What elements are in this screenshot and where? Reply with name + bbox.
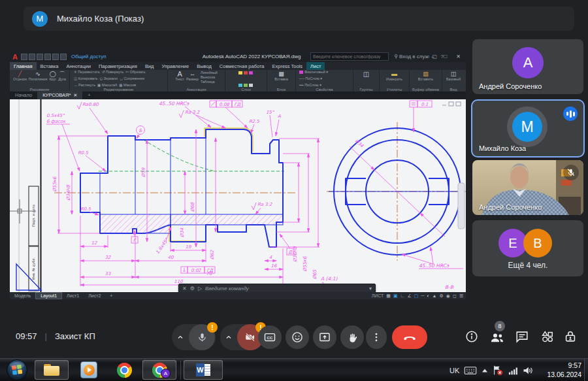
tab-home[interactable]: Главная [10, 62, 37, 70]
camera-options-chevron-icon[interactable] [220, 333, 237, 341]
participant-name: Михайло Коза [479, 144, 526, 152]
file-tab-doc[interactable]: КУРСОВАЯ*✕ [37, 91, 82, 99]
tab-annotate[interactable]: Аннотации [62, 62, 95, 70]
navigation-bar[interactable] [458, 183, 465, 229]
grid-icon[interactable]: ▦ [386, 293, 391, 299]
activities-button[interactable] [540, 329, 555, 345]
window-controls[interactable]: – □ ✕ [432, 54, 465, 59]
layout-tab-sheet1[interactable]: Лист1 [62, 292, 84, 299]
ortho-icon[interactable]: ∟ [400, 293, 405, 298]
group-icon[interactable]: ◫ [363, 71, 369, 86]
windows-taskbar: A W UK 9:57 13.06.2024 [0, 358, 588, 381]
transparency-icon[interactable]: ◐ [427, 293, 429, 298]
isolate-icon[interactable]: ◉ [446, 293, 450, 299]
network-icon[interactable] [508, 359, 519, 381]
search-icon[interactable]: ⚲ [394, 54, 398, 59]
file-tab-start[interactable]: Начало [10, 91, 37, 99]
layer-color-icon [244, 84, 248, 87]
host-controls-button[interactable] [563, 329, 579, 345]
fullscreen-icon[interactable]: ◻ [453, 293, 457, 299]
customize-icon[interactable]: ☰ [459, 293, 463, 299]
taskbar-word-button[interactable]: W [184, 360, 223, 380]
participants-count-badge: 8 [495, 321, 505, 331]
command-prompt-text[interactable]: Введите команду [205, 286, 249, 291]
autocad-logo-icon[interactable]: A [12, 53, 18, 61]
qat-redo-icon[interactable] [60, 54, 67, 60]
presenter-avatar: M [32, 11, 48, 27]
tab-sheet[interactable]: Лист [306, 62, 325, 70]
taskbar-explorer-button[interactable] [35, 360, 69, 380]
reactions-button[interactable] [286, 325, 309, 349]
panel-groups: ◫ Группы [353, 70, 380, 91]
participant-name: Андрей Сороченко [479, 82, 542, 90]
action-center-icon[interactable] [492, 359, 504, 381]
tab-parametric[interactable]: Параметризация [95, 62, 141, 70]
close-tab-icon[interactable]: ✕ [73, 93, 77, 98]
participant-tile-active[interactable]: M Михайло Коза [471, 99, 585, 157]
signin-menu[interactable]: Вход в службу [399, 54, 429, 59]
new-tab-button[interactable]: + [82, 91, 95, 99]
present-button[interactable] [313, 325, 336, 349]
viewport-controls-icon[interactable] [442, 102, 461, 106]
status-space-label: ЛИСТ [372, 293, 384, 298]
qat-undo-icon[interactable] [52, 54, 59, 60]
wrench-icon[interactable]: ⚙ [190, 286, 195, 291]
tab-express[interactable]: Express Tools [268, 62, 306, 70]
meeting-details-button[interactable] [465, 329, 480, 345]
qat-new-icon[interactable] [21, 54, 27, 60]
language-indicator[interactable]: UK [449, 359, 459, 381]
osnap-icon[interactable]: ▢ [414, 293, 419, 299]
layer-color-icon [249, 71, 253, 75]
svg-text:Ø62: Ø62 [210, 250, 215, 259]
layout-tab-layout1[interactable]: Layout1 [35, 292, 62, 299]
annotation-scale-icon[interactable]: ▲ [433, 293, 437, 298]
cad-canvas[interactable]: .dt{font:italic 7px "DejaVu Sans",sans-s… [10, 99, 466, 292]
layout-tab-model[interactable]: Модель [10, 292, 35, 299]
more-options-button[interactable] [366, 325, 387, 349]
close-icon[interactable]: ✕ [182, 286, 187, 291]
qat-save-icon[interactable] [37, 54, 43, 60]
qat-print-icon[interactable] [44, 54, 51, 60]
volume-icon[interactable] [522, 359, 534, 381]
mic-control[interactable]: ! [172, 324, 216, 350]
polar-icon[interactable]: ∠ [407, 293, 411, 299]
polyline-icon: ∿ [35, 71, 41, 77]
tab-output[interactable]: Вывод [193, 62, 216, 70]
taskbar-chrome-profile-button[interactable]: A [142, 360, 176, 380]
overflow-tile[interactable]: E B Ещё 4 чел. [472, 220, 583, 276]
camera-control[interactable]: ! [220, 324, 264, 350]
mic-options-chevron-icon[interactable] [172, 333, 189, 341]
snap-icon[interactable]: ▣ [393, 293, 398, 299]
captions-button[interactable]: CC [258, 325, 282, 349]
start-button[interactable] [5, 358, 29, 381]
help-search-input[interactable] [310, 52, 389, 61]
taskbar-mediaplayer-button[interactable] [72, 360, 106, 380]
layout-tab-sheet2[interactable]: Лист2 [84, 292, 105, 299]
chevron-down-icon[interactable]: ▾ [369, 286, 372, 291]
svg-text:Ø59: Ø59 [141, 167, 146, 177]
tab-manage[interactable]: Управление [157, 62, 193, 70]
show-hidden-icons-button[interactable] [482, 359, 488, 381]
taskbar-chrome-button[interactable] [107, 360, 141, 380]
command-line[interactable]: ✕ ⚙ ▷ Введите команду ▾ [178, 284, 376, 293]
qat-open-icon[interactable] [29, 54, 35, 60]
participants-button[interactable] [489, 329, 505, 345]
end-call-button[interactable] [392, 325, 427, 349]
show-desktop-button[interactable] [584, 359, 588, 381]
raise-hand-button[interactable] [340, 325, 364, 349]
chat-button[interactable] [515, 329, 531, 345]
tab-insert[interactable]: Вставка [37, 62, 63, 70]
tab-view[interactable]: Вид [141, 62, 158, 70]
new-layout-button[interactable]: + [105, 292, 117, 299]
participant-tile-1[interactable]: A Андрей Сороченко [472, 39, 583, 94]
avatar: M [512, 112, 542, 142]
tray-date: 13.06.2024 [547, 370, 581, 379]
share-button[interactable]: Общий доступ [71, 54, 106, 59]
keyboard-layout-icon[interactable] [464, 359, 477, 381]
participant-tile-video[interactable]: Андрей Сороченко [472, 160, 583, 215]
lineweight-icon[interactable]: ─ [421, 293, 424, 298]
svg-text:12: 12 [91, 240, 97, 246]
taskbar-clock[interactable]: 9:57 13.06.2024 [547, 361, 581, 379]
workspace-icon[interactable]: ⚙ [440, 293, 444, 299]
panel-properties: Фиолетовый ▾ ── ПоСлою ▾ ━━ ПоСлою ▾ Сво… [296, 70, 353, 91]
